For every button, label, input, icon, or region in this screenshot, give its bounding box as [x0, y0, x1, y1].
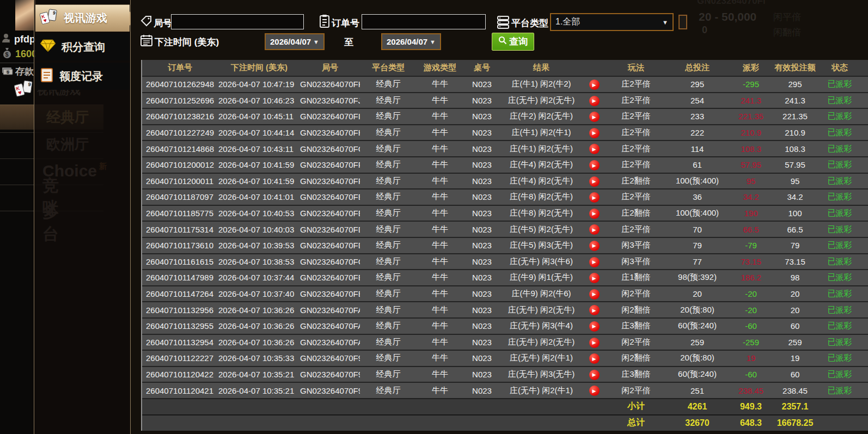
- table-row: 2604071012272492026-04-07 10:44:14GN0232…: [142, 124, 868, 140]
- cell-tableno: N023: [463, 144, 500, 154]
- video-play-button[interactable]: ▶: [589, 370, 600, 380]
- cell-status: 已派彩: [817, 386, 863, 396]
- video-play-button[interactable]: ▶: [589, 353, 600, 364]
- cell-result: 庄(牛1) 闲2(牛2): [500, 79, 582, 89]
- cell-result: 庄(无牛) 闲2(无牛): [500, 337, 582, 347]
- table-row: 2604071011616152026-04-07 10:38:53GN0232…: [142, 253, 868, 270]
- search-icon: [498, 36, 507, 47]
- cell-payout: 73.15: [729, 257, 773, 266]
- video-play-button[interactable]: ▶: [589, 112, 600, 122]
- video-play-button[interactable]: ▶: [589, 305, 600, 315]
- cell-play: ▶: [582, 111, 606, 123]
- menu-item-video-games[interactable]: 9K♥ 视讯游戏: [35, 4, 130, 32]
- cell-order: 260407101147264: [142, 289, 214, 298]
- cell-order: 260407101173610: [142, 241, 214, 250]
- video-play-button[interactable]: ▶: [589, 273, 600, 283]
- cell-game: 牛牛: [417, 272, 463, 283]
- cell-payout: -60: [729, 370, 773, 379]
- header-cell-validbet: 有效投注额: [773, 63, 817, 73]
- cell-validbet: 295: [773, 80, 817, 89]
- order-number-input[interactable]: [362, 14, 486, 29]
- table-row: 2604071011329562026-04-07 10:36:26GN0232…: [142, 301, 868, 317]
- video-play-button[interactable]: ▶: [589, 289, 600, 299]
- video-play-button[interactable]: ▶: [589, 80, 600, 90]
- video-play-button[interactable]: ▶: [589, 241, 600, 251]
- cell-status: 已派彩: [817, 79, 863, 89]
- cell-order: 260407101175314: [142, 225, 214, 234]
- video-play-button[interactable]: ▶: [589, 321, 600, 332]
- video-play-button[interactable]: ▶: [589, 257, 600, 267]
- cell-time: 2026-04-07 10:41:01: [214, 192, 300, 201]
- query-button[interactable]: 查询: [492, 33, 534, 51]
- cell-order: 260407101200011: [142, 176, 214, 186]
- platform-type-select[interactable]: 1.全部 ▼: [550, 13, 674, 31]
- video-play-button[interactable]: ▶: [589, 338, 600, 348]
- cell-method: 庄2翻倍: [606, 208, 666, 218]
- cell-tableno: N023: [463, 257, 500, 266]
- cell-tableno: N023: [463, 112, 500, 121]
- video-play-button[interactable]: ▶: [589, 386, 600, 396]
- cell-method: 庄2平倍: [606, 79, 666, 89]
- video-play-button[interactable]: ▶: [589, 224, 600, 235]
- header-cell-totalbet: 总投注: [666, 63, 729, 73]
- footer-cell-payout: 648.3: [729, 418, 773, 428]
- cell-order: 260407101132954: [142, 338, 214, 347]
- cell-game: 牛牛: [417, 79, 463, 89]
- round-input[interactable]: [171, 14, 304, 29]
- video-play-button[interactable]: ▶: [589, 144, 600, 154]
- cell-time: 2026-04-07 10:36:26: [214, 305, 300, 315]
- video-play-button[interactable]: ▶: [589, 160, 600, 170]
- cell-time: 2026-04-07 10:35:21: [214, 370, 300, 379]
- video-play-button[interactable]: ▶: [589, 176, 600, 187]
- cell-totalbet: 60(预:240): [666, 321, 729, 331]
- cell-hall: 经典厅: [360, 111, 417, 121]
- cell-result: 庄(牛8) 闲2(无牛): [500, 192, 582, 202]
- footer-cell-totalbet: 4261: [666, 402, 729, 412]
- cell-hall: 经典厅: [360, 176, 417, 186]
- deposit-item[interactable]: $ 存款: [1, 65, 34, 78]
- cell-order: 260407101132955: [142, 321, 214, 331]
- video-play-button[interactable]: ▶: [589, 128, 600, 138]
- cell-totalbet: 100(预:400): [666, 176, 729, 186]
- cell-play: ▶: [582, 143, 606, 155]
- menu-item-quota-records[interactable]: 额度记录: [35, 63, 130, 90]
- cell-round: GN023264070FA: [300, 338, 360, 347]
- video-play-button[interactable]: ▶: [589, 192, 600, 203]
- cell-payout: 238.45: [729, 386, 773, 395]
- video-play-button[interactable]: ▶: [589, 209, 600, 219]
- cell-play: ▶: [582, 160, 606, 171]
- cell-totalbet: 98(预:392): [666, 272, 729, 283]
- cell-validbet: 20: [773, 289, 817, 298]
- menu-item-label: 视讯游戏: [64, 11, 107, 26]
- cell-hall: 经典厅: [360, 95, 417, 106]
- date-to-select[interactable]: 2026/04/07 ▼: [381, 33, 441, 50]
- date-from-select[interactable]: 2026/04/07 ▼: [265, 33, 325, 50]
- cell-order: 260407101214868: [142, 144, 214, 154]
- cell-method: 庄2翻倍: [606, 176, 666, 186]
- cell-result: 庄(牛1) 闲2(牛1): [500, 127, 582, 138]
- cell-method: 庄2平倍: [606, 111, 666, 121]
- cell-tableno: N023: [463, 176, 500, 186]
- header-cell-tableno: 桌号: [463, 63, 500, 73]
- bet-records-table: 订单号下注时间 (美东)局号平台类型游戏类型桌号结果玩法总投注派彩有效投注额状态…: [141, 60, 868, 431]
- cell-play: ▶: [582, 224, 606, 235]
- cell-validbet: 210.9: [773, 128, 817, 137]
- footer-cell-payout: 949.3: [729, 402, 773, 412]
- cell-hall: 经典厅: [360, 289, 417, 299]
- table-row: 2604071011736102026-04-07 10:39:53GN0232…: [142, 237, 868, 253]
- cell-status: 已派彩: [817, 144, 863, 154]
- cell-tableno: N023: [463, 386, 500, 395]
- table-row: 2604071011479892026-04-07 10:37:44GN0232…: [142, 269, 868, 285]
- header-cell-round: 局号: [300, 63, 360, 73]
- video-play-button[interactable]: ▶: [589, 96, 600, 106]
- cell-payout: -295: [729, 80, 773, 89]
- cell-method: 闲2平倍: [606, 337, 666, 347]
- cell-totalbet: 79: [666, 241, 729, 250]
- cell-hall: 经典厅: [360, 272, 417, 283]
- cell-payout: 210.9: [729, 128, 773, 137]
- menu-item-points-query[interactable]: 积分查询: [35, 33, 130, 60]
- header-cell-payout: 派彩: [729, 63, 773, 73]
- cell-game: 牛牛: [417, 256, 463, 267]
- table-row: 2604071011329552026-04-07 10:36:26GN0232…: [142, 317, 868, 334]
- cell-time: 2026-04-07 10:47:19: [214, 80, 300, 89]
